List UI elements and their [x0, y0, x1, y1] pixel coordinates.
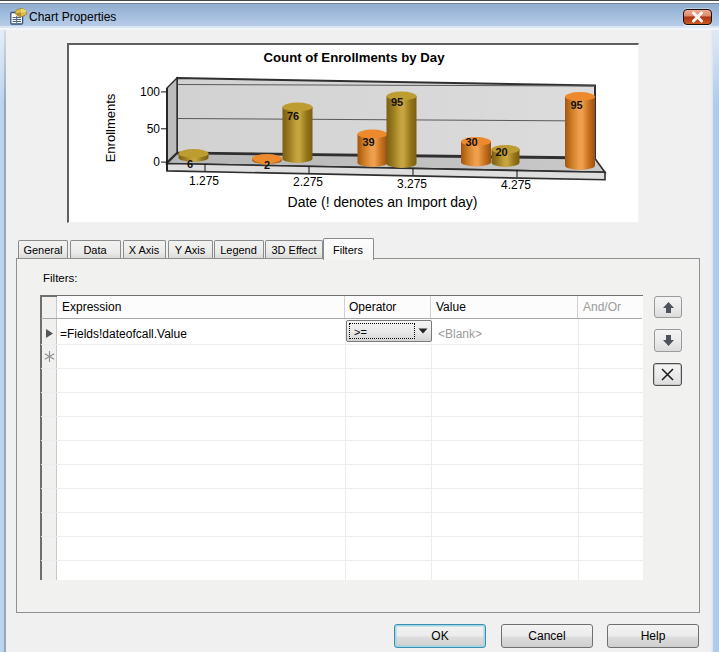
svg-text:1.275: 1.275 — [189, 174, 219, 188]
svg-text:0: 0 — [153, 155, 160, 169]
svg-text:95: 95 — [570, 99, 582, 111]
svg-text:Date (! denotes an Import day): Date (! denotes an Import day) — [288, 194, 478, 210]
svg-text:2.275: 2.275 — [293, 175, 323, 189]
svg-text:4.275: 4.275 — [501, 178, 531, 192]
svg-text:20: 20 — [495, 146, 507, 158]
svg-text:39: 39 — [362, 136, 374, 148]
svg-text:3.275: 3.275 — [397, 177, 427, 191]
svg-text:95: 95 — [391, 96, 403, 108]
svg-text:30: 30 — [465, 136, 477, 148]
svg-text:6: 6 — [187, 158, 193, 170]
svg-text:50: 50 — [147, 122, 161, 136]
svg-text:76: 76 — [287, 110, 299, 122]
svg-text:2: 2 — [264, 159, 270, 171]
svg-text:100: 100 — [140, 85, 160, 99]
svg-text:Count of Enrollments by Day: Count of Enrollments by Day — [264, 50, 446, 65]
svg-text:Enrollments: Enrollments — [103, 93, 118, 162]
